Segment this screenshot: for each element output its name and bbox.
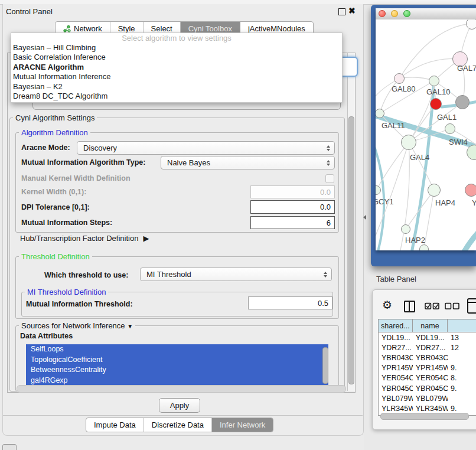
table-cell: 8.	[448, 374, 476, 382]
algorithm-option-mutual-information-inference[interactable]: Mutual Information Inference	[11, 72, 342, 81]
collapse-arrow-icon[interactable]: ▼	[127, 323, 133, 330]
gear-icon[interactable]: ⚙	[382, 298, 392, 312]
algorithm-dropdown-popup: Select algorithm to view settings Bayesi…	[11, 32, 343, 103]
table-cell: YPR145W	[379, 364, 413, 372]
table-cell: YDR27...	[379, 344, 413, 352]
hub-section-label: Hub/Transcription Factor Definition	[20, 234, 138, 243]
panel-title: Control Panel	[6, 7, 53, 16]
attribute-item-selfloops[interactable]: SelfLoops	[26, 344, 328, 355]
table-row[interactable]: YPR145WYPR145W9.	[379, 363, 476, 373]
column-header-name[interactable]: name	[413, 319, 448, 332]
table-cell: YLR345W	[413, 405, 448, 413]
aracne-mode-value: Discovery	[83, 144, 117, 152]
network-node-hap4[interactable]	[428, 184, 441, 197]
table-cell: YBL079W	[413, 394, 448, 403]
algorithm-option-aracne-algorithm[interactable]: ARACNE Algorithm	[11, 63, 342, 72]
column-header-shared[interactable]: shared...	[379, 319, 413, 332]
stepper-icon	[327, 142, 330, 154]
table-row[interactable]: YBL079WYBL079W	[379, 393, 476, 403]
table-row[interactable]: YDR27...YDR27...12	[379, 343, 476, 353]
threshold-definition-legend: Threshold Definition	[19, 252, 92, 261]
manual-kernel-width-checkbox[interactable]	[325, 174, 334, 183]
node-label-hap4: HAP4	[435, 198, 455, 207]
table-cell: YPR145W	[413, 364, 448, 372]
table-horizontal-scrollbar[interactable]	[380, 413, 469, 420]
sources-legend-label: Sources for Network Inference	[21, 321, 125, 330]
algorithm-option-bayesian-k2[interactable]: Bayesian – K2	[11, 82, 342, 92]
network-node-hap2[interactable]	[401, 224, 410, 234]
which-threshold-value: MI Threshold	[146, 270, 191, 279]
table-cell: YBR045C	[379, 384, 413, 393]
network-canvas[interactable]: GAL7GAL80GAL10GAL1GAL11SWI4GAL4GCY1HAP4Y…	[376, 19, 476, 250]
mi-algorithm-type-select[interactable]: Naive Bayes	[161, 156, 335, 169]
tab-label: Infer Network	[220, 420, 265, 429]
algorithm-option-dream8-dc-tdc-algorithm[interactable]: Dream8 DC_TDC Algorithm	[11, 92, 342, 101]
attribute-item-topologicalcoefficient[interactable]: TopologicalCoefficient	[26, 355, 328, 366]
attribute-item-gal4rgexp[interactable]: gal4RGexp	[26, 376, 328, 386]
tab-discretize-data[interactable]: Discretize Data	[144, 418, 212, 432]
apply-button[interactable]: Apply	[159, 398, 200, 413]
tab-label: Discretize Data	[152, 420, 204, 429]
table-row[interactable]: YLR345WYLR345W9.	[379, 403, 476, 413]
table-cell: YBR045C	[413, 384, 448, 393]
mi-threshold-label: Mutual Information Threshold:	[26, 300, 133, 308]
which-threshold-label: Which threshold to use:	[44, 271, 128, 279]
tab-label: Impute Data	[94, 420, 136, 429]
node-label-gcy1: GCY1	[376, 197, 393, 206]
mac-minimize-button[interactable]	[391, 10, 398, 17]
network-node[interactable]	[466, 19, 476, 30]
deselect-all-checkboxes-icon[interactable]	[445, 302, 460, 310]
table-cell: YBL079W	[379, 394, 413, 403]
close-icon[interactable]: ✖	[348, 6, 356, 15]
node-label-gal80: GAL80	[392, 84, 415, 93]
float-window-icon[interactable]	[338, 8, 345, 15]
mi-threshold-definition-legend: MI Threshold Definition	[25, 288, 108, 296]
network-node-gal1[interactable]	[430, 98, 442, 110]
table-row[interactable]: YDL19...YDL19...13	[379, 332, 476, 343]
network-node[interactable]	[455, 95, 470, 109]
algorithm-option-bayesian-hill-climbing[interactable]: Bayesian – Hill Climbing	[11, 43, 342, 53]
node-table: shared...name YDL19...YDL19...13YDR27...…	[378, 319, 476, 416]
dpi-tolerance-field[interactable]: 0.0	[250, 200, 335, 214]
table-row[interactable]: YBR043CYBR043C	[379, 353, 476, 363]
table-cell: YBR043C	[379, 354, 413, 362]
column-header-3[interactable]	[448, 319, 476, 332]
columns-icon[interactable]	[404, 301, 415, 312]
table-mode-icon[interactable]	[467, 298, 476, 314]
algorithm-option-basic-correlation-inference[interactable]: Basic Correlation Inference	[11, 53, 342, 62]
tab-infer-network[interactable]: Infer Network	[212, 418, 273, 432]
mac-close-button[interactable]	[379, 10, 386, 17]
table-row[interactable]: YBR045CYBR045C9.	[379, 383, 476, 393]
network-node-swi4[interactable]	[445, 123, 455, 134]
mi-algorithm-type-label: Mutual Information Algorithm Type:	[21, 158, 145, 167]
mac-zoom-button[interactable]	[403, 10, 410, 17]
network-node-gal10[interactable]	[429, 76, 439, 86]
table-cell: YER054C	[413, 374, 448, 382]
table-body: YDL19...YDL19...13YDR27...YDR27...12YBR0…	[379, 332, 476, 416]
panel-splitter-arrow-icon[interactable]	[363, 215, 366, 220]
horizontal-scrollbar[interactable]	[17, 385, 346, 393]
table-cell: YLR345W	[379, 405, 413, 413]
mi-threshold-field[interactable]: 0.5	[248, 296, 332, 309]
network-node-gal4[interactable]	[401, 135, 416, 150]
table-cell: 9.	[448, 405, 476, 413]
sources-legend: Sources for Network Inference ▼	[19, 321, 135, 330]
mi-steps-field[interactable]: 6	[250, 216, 335, 229]
kernel-width-label: Kernel Width (0,1):	[21, 188, 86, 196]
hub-transcription-factor-section[interactable]: Hub/Transcription Factor Definition ▶	[20, 234, 149, 243]
which-threshold-select[interactable]: MI Threshold	[140, 268, 332, 281]
table-row[interactable]: YER054CYER054C8.	[379, 373, 476, 383]
tab-impute-data[interactable]: Impute Data	[86, 418, 144, 432]
network-node-y[interactable]	[465, 184, 476, 197]
node-label-gal4: GAL4	[410, 153, 429, 162]
network-node[interactable]	[419, 244, 429, 250]
aracne-mode-select[interactable]: Discovery	[77, 141, 335, 155]
vertical-scrollbar-thumb[interactable]	[348, 116, 354, 384]
network-node-gal80[interactable]	[394, 73, 405, 84]
attribute-item-betweennesscentrality[interactable]: BetweennessCentrality	[26, 365, 328, 376]
corner-panel-button[interactable]	[2, 444, 17, 450]
mi-algorithm-type-value: Naive Bayes	[167, 158, 210, 167]
select-all-checkboxes-icon[interactable]	[425, 302, 440, 310]
node-label-gal1: GAL1	[437, 113, 457, 122]
attributes-scrollbar-thumb[interactable]	[322, 347, 328, 384]
